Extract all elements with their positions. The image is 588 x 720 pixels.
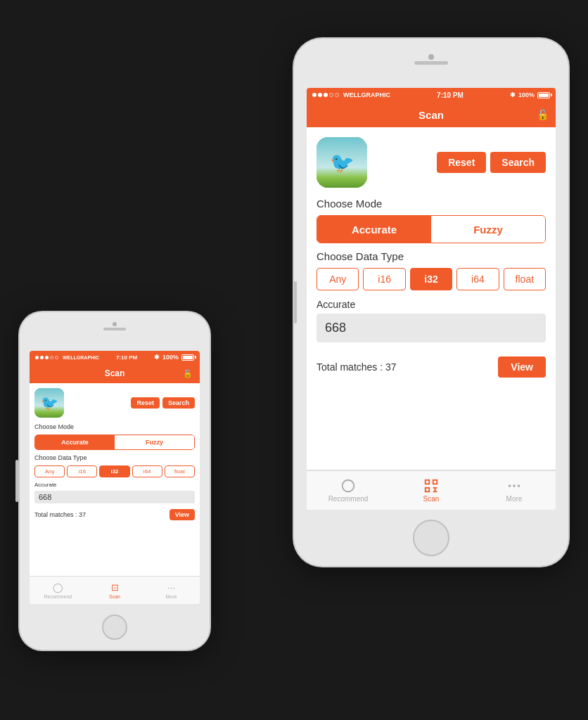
large-tab-bar: Recommend Scan	[307, 470, 556, 510]
small-mode-toggle: Accurate Fuzzy	[34, 435, 195, 450]
large-accurate-label: Accurate	[317, 299, 546, 310]
large-dtype-i32[interactable]: i32	[410, 268, 452, 290]
small-scan-icon: ⊡	[111, 582, 119, 593]
small-reset-button[interactable]: Reset	[131, 397, 160, 409]
small-mode-accurate[interactable]: Accurate	[35, 435, 115, 449]
small-dtype-i64[interactable]: i64	[132, 465, 162, 477]
small-mode-fuzzy[interactable]: Fuzzy	[115, 435, 194, 449]
svg-point-6	[509, 484, 511, 487]
small-phone-screen: WELLGRAPHIC 7:10 PM ✱ 100% Scan 🔓	[30, 351, 200, 604]
small-phone: WELLGRAPHIC 7:10 PM ✱ 100% Scan 🔓	[20, 312, 210, 650]
large-tab-recommend[interactable]: Recommend	[307, 478, 390, 503]
large-tab-scan[interactable]: Scan	[390, 478, 473, 503]
scene: WELLGRAPHIC 7:10 PM ✱ 100% Scan 🔓	[0, 0, 588, 720]
large-phone-screen: WELLGRAPHIC 7:10 PM ✱ 100% Scan 🔓	[307, 88, 556, 510]
large-search-button[interactable]: Search	[490, 152, 546, 173]
large-view-button[interactable]: View	[498, 356, 546, 378]
small-tab-bar: ◯ Recommend ⊡ Scan ··· More	[30, 576, 200, 604]
small-data-type-row: Any i16 i32 i64 float	[34, 465, 195, 477]
large-home-button[interactable]	[413, 520, 449, 556]
small-battery-pct: 100%	[162, 354, 179, 361]
large-app-icon: 🐦	[317, 137, 367, 188]
small-choose-data-type-label: Choose Data Type	[30, 452, 200, 463]
large-phone-camera	[428, 54, 434, 60]
large-time: 7:10 PM	[437, 91, 464, 99]
large-dtype-i64[interactable]: i64	[456, 268, 499, 290]
large-reset-button[interactable]: Reset	[437, 152, 486, 173]
small-input-section: Accurate	[30, 480, 200, 506]
small-app-header: 🐦 Reset Search	[30, 383, 200, 421]
large-mode-fuzzy[interactable]: Fuzzy	[431, 216, 545, 243]
small-dtype-i32[interactable]: i32	[99, 465, 129, 477]
large-more-icon	[506, 478, 522, 494]
small-status-bar: WELLGRAPHIC 7:10 PM ✱ 100%	[30, 351, 200, 364]
large-matches-row: Total matches : 37 View	[307, 348, 556, 386]
large-dtype-i16[interactable]: i16	[363, 268, 405, 290]
small-home-button[interactable]	[102, 615, 127, 640]
svg-rect-1	[433, 480, 437, 484]
svg-rect-0	[426, 480, 430, 484]
small-recommend-label: Recommend	[44, 594, 72, 599]
large-nav-title: Scan	[418, 109, 444, 121]
small-more-label: More	[166, 594, 177, 599]
small-carrier: WELLGRAPHIC	[63, 355, 99, 360]
large-nav-bar: Scan 🔓	[307, 102, 556, 127]
small-dtype-i16[interactable]: i16	[67, 465, 97, 477]
small-app-icon: 🐦	[34, 388, 64, 418]
small-scan-label: Scan	[109, 594, 120, 599]
small-battery-icon	[181, 354, 194, 361]
small-choose-mode-label: Choose Mode	[30, 421, 200, 432]
large-mode-toggle: Accurate Fuzzy	[317, 215, 546, 243]
large-header-buttons: Reset Search	[437, 152, 546, 173]
small-accurate-label: Accurate	[34, 482, 195, 488]
large-signal	[312, 93, 339, 97]
small-tab-scan[interactable]: ⊡ Scan	[87, 582, 143, 599]
small-nav-title: Scan	[105, 368, 125, 378]
large-dtype-any[interactable]: Any	[317, 268, 359, 290]
small-header-buttons: Reset Search	[131, 397, 195, 409]
small-bluetooth: ✱	[154, 354, 160, 361]
small-more-icon: ···	[167, 582, 175, 593]
large-phone: WELLGRAPHIC 7:10 PM ✱ 100% Scan 🔓	[294, 39, 568, 566]
large-battery-icon	[537, 92, 550, 98]
large-carrier: WELLGRAPHIC	[343, 91, 390, 98]
svg-rect-2	[426, 488, 430, 492]
large-recommend-icon	[340, 478, 356, 494]
large-input-section: Accurate	[307, 293, 556, 348]
small-nav-lock: 🔓	[183, 369, 193, 378]
large-phone-speaker	[414, 61, 448, 65]
small-matches-text: Total matches : 37	[34, 511, 86, 518]
small-dtype-float[interactable]: float	[165, 465, 195, 477]
small-tab-recommend[interactable]: ◯ Recommend	[30, 582, 87, 599]
small-value-input[interactable]	[34, 491, 195, 503]
large-bluetooth: ✱	[510, 91, 516, 98]
large-tab-more[interactable]: More	[473, 478, 556, 503]
svg-point-8	[518, 484, 520, 487]
large-data-type-row: Any i16 i32 i64 float	[317, 268, 546, 290]
large-mode-accurate[interactable]: Accurate	[317, 216, 431, 243]
small-recommend-icon: ◯	[53, 582, 63, 593]
svg-point-7	[513, 484, 516, 487]
small-signal	[35, 356, 58, 359]
large-choose-data-type-label: Choose Data Type	[307, 246, 556, 265]
small-matches-row: Total matches : 37 View	[30, 506, 200, 524]
small-tab-more[interactable]: ··· More	[143, 582, 200, 599]
large-dtype-float[interactable]: float	[504, 268, 546, 290]
large-choose-mode-label: Choose Mode	[307, 195, 556, 212]
small-phone-camera	[113, 322, 117, 326]
large-status-bar: WELLGRAPHIC 7:10 PM ✱ 100%	[307, 88, 556, 102]
large-nav-lock: 🔓	[537, 109, 549, 120]
large-scan-icon	[423, 478, 439, 494]
large-matches-text: Total matches : 37	[317, 361, 397, 373]
small-phone-speaker	[103, 328, 126, 330]
small-view-button[interactable]: View	[170, 509, 195, 520]
large-battery-pct: 100%	[518, 91, 535, 98]
small-time: 7:10 PM	[116, 354, 137, 361]
small-search-button[interactable]: Search	[162, 397, 195, 409]
large-app-header: 🐦 Reset Search	[307, 127, 556, 195]
small-dtype-any[interactable]: Any	[34, 465, 65, 477]
large-value-input[interactable]	[317, 314, 546, 342]
large-recommend-label: Recommend	[328, 495, 369, 503]
large-scan-label: Scan	[423, 495, 440, 503]
small-nav-bar: Scan 🔓	[30, 364, 200, 383]
